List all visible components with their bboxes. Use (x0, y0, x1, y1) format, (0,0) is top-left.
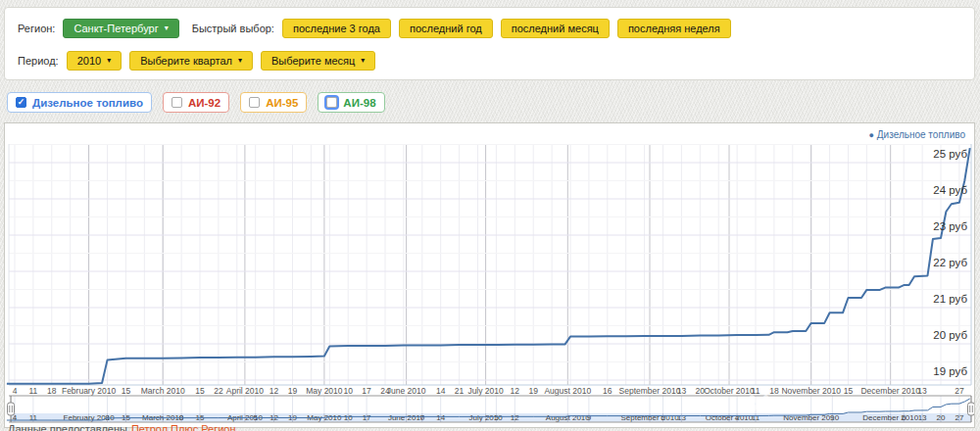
x-axis-label: April 2010 (226, 386, 265, 396)
period-dropdown-value: Выберите квартал (140, 55, 232, 67)
navigator: 411February 2010815March 2010815April 20… (7, 396, 974, 422)
navigator-label: 11 (752, 413, 760, 422)
x-axis-label: 19 (288, 386, 298, 396)
navigator-label: 6 (902, 413, 906, 422)
page: { "controls": { "region_label": "Регион:… (0, 0, 980, 431)
period-dropdown-value: 2010 (77, 55, 101, 67)
x-axis-label: 13 (677, 386, 687, 396)
navigator-label: 8 (179, 413, 184, 422)
x-axis-label: 15 (195, 386, 205, 396)
series-toggle-label: АИ-98 (343, 97, 375, 109)
period-dropdown-month[interactable]: Выберите месяц▾ (261, 51, 375, 71)
series-toggle-ai-98[interactable]: АИ-98 (318, 92, 384, 113)
caret-down-icon: ▾ (107, 57, 111, 65)
navigator-label: 4 (735, 413, 740, 422)
quick-button-last-month[interactable]: последний месяц (501, 19, 610, 38)
navigator-label: 13 (677, 413, 686, 422)
checkbox-ai-95[interactable] (249, 97, 260, 108)
caret-down-icon: ▾ (361, 57, 365, 65)
navigator-label: 12 (511, 413, 519, 422)
navigator-label: 9 (587, 413, 592, 422)
y-axis-label: 24 руб (933, 184, 967, 196)
y-axis-label: 25 руб (933, 148, 967, 160)
controls-panel: Регион: Санкт-Петербург ▾ Быстрый выбор:… (4, 7, 975, 80)
footer-source-link[interactable]: Петрол Плюс Регион (131, 423, 236, 431)
navigator-label: October 2010 (706, 413, 754, 422)
navigator-label: 5 (494, 413, 499, 422)
quick-select-label: Быстрый выбор: (192, 23, 274, 34)
navigator-label: 6 (661, 413, 665, 422)
x-axis-label: 14 (436, 386, 446, 396)
series-toggle-label: АИ-92 (188, 97, 220, 109)
region-row: Регион: Санкт-Петербург ▾ Быстрый выбор:… (18, 19, 731, 38)
checkbox-ai-98[interactable] (326, 97, 337, 108)
y-axis-label: 19 руб (933, 365, 967, 377)
x-axis-label: 4 (13, 386, 18, 396)
x-axis-label: October 2010 (704, 386, 755, 396)
period-dropdown-value: Выберите месяц (271, 55, 355, 67)
x-axis-label: 18 (769, 386, 779, 396)
checkbox-ai-92[interactable] (172, 97, 182, 108)
checkbox-diesel[interactable]: ✓ (16, 97, 26, 108)
x-axis-label: 13 (917, 386, 927, 396)
quick-button-last-week[interactable]: последняя неделя (617, 19, 731, 38)
navigator-label: 13 (918, 413, 927, 422)
navigator-label: 10 (344, 413, 353, 422)
region-label: Регион: (18, 23, 55, 34)
x-axis-label: February 2010 (62, 386, 117, 396)
navigator-label: 15 (196, 413, 205, 422)
x-axis-label: 16 (603, 386, 612, 396)
quick-buttons-group: последние 3 годапоследний годпоследний м… (274, 19, 731, 38)
x-axis-label: 27 (955, 386, 964, 396)
x-axis-label: December 2010 (860, 386, 920, 396)
navigator-label: 27 (955, 413, 963, 422)
x-axis-label: 12 (270, 386, 279, 396)
data-source-note: Данные предоставленыПетрол Плюс Регион (8, 423, 236, 431)
period-row: Период: 2010▾Выберите квартал▾Выберите м… (18, 51, 375, 71)
x-axis-label: August 2010 (544, 386, 591, 396)
navigator-label: 15 (122, 413, 130, 422)
y-axis-label: 20 руб (933, 329, 967, 341)
x-axis-label: March 2010 (141, 386, 185, 396)
y-axis-label: 22 руб (933, 257, 967, 268)
series-toggle-label: Дизельное топливо (32, 97, 143, 109)
navigator-label: 20 (937, 413, 946, 422)
series-toggle-ai-95[interactable]: АИ-95 (240, 92, 307, 113)
x-axis-label: 17 (362, 386, 371, 396)
x-axis-label: May 2010 (306, 386, 343, 396)
caret-down-icon: ▾ (165, 24, 169, 32)
legend-item[interactable]: ● Дизельное топливо (868, 129, 965, 140)
x-axis-label: 19 (528, 386, 538, 396)
diesel-price-line (7, 148, 970, 384)
y-axis-labels: 25 руб24 руб23 руб22 руб21 руб20 руб19 р… (933, 148, 967, 377)
series-toggle-ai-92[interactable]: АИ-92 (163, 92, 229, 113)
navigator-label: 7 (420, 413, 425, 422)
navigator-label: 14 (436, 413, 445, 422)
period-dropdown-year[interactable]: 2010▾ (67, 51, 122, 71)
region-dropdown[interactable]: Санкт-Петербург ▾ (63, 19, 178, 38)
footer-text: Данные предоставлены (8, 423, 127, 431)
navigator-label: 17 (363, 413, 371, 422)
series-toggle-diesel[interactable]: ✓Дизельное топливо (7, 92, 152, 113)
legend-label: Дизельное топливо (877, 129, 965, 140)
quick-button-last-3-years[interactable]: последние 3 года (282, 19, 391, 38)
navigator-label: September 2010 (620, 413, 679, 422)
caret-down-icon: ▾ (238, 57, 242, 65)
x-axis-label: June 2010 (387, 386, 426, 396)
y-axis-label: 21 руб (933, 293, 967, 305)
x-axis-label: 12 (511, 386, 520, 396)
navigator-label: August 2010 (546, 413, 590, 422)
x-axis-label: 15 (844, 386, 854, 396)
x-axis-label: July 2010 (467, 386, 504, 396)
navigator-label: 8 (105, 413, 110, 422)
series-toggle-label: АИ-95 (266, 97, 298, 109)
period-label: Период: (18, 55, 59, 67)
quick-button-last-year[interactable]: последний год (399, 19, 493, 38)
x-axis-label: 18 (47, 386, 57, 396)
x-axis-label: 15 (122, 386, 131, 396)
period-dropdown-quarter[interactable]: Выберите квартал▾ (129, 51, 253, 71)
chart-panel: 25 руб24 руб23 руб22 руб21 руб20 руб19 р… (4, 122, 975, 428)
series-toggles: ✓Дизельное топливоАИ-92АИ-95АИ-98 (7, 92, 396, 113)
region-value: Санкт-Петербург (74, 23, 158, 34)
x-axis-label: November 2010 (781, 386, 841, 396)
